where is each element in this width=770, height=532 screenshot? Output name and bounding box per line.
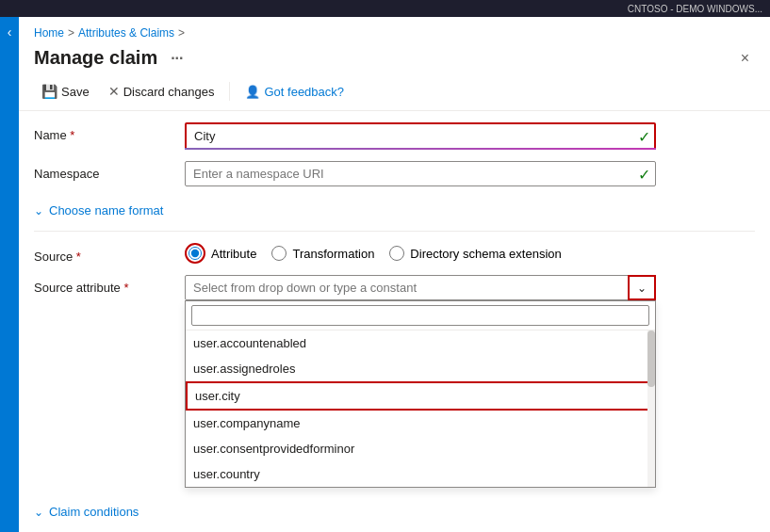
source-attribute-input[interactable] <box>185 275 656 300</box>
ellipsis-button[interactable]: ··· <box>165 48 188 69</box>
name-check-icon: ✓ <box>638 127 650 145</box>
discard-icon: ✕ <box>108 84 120 99</box>
dropdown-scrollbar-track <box>647 330 655 487</box>
breadcrumb-attributes[interactable]: Attributes & Claims <box>78 26 174 40</box>
namespace-input-area: ✓ <box>185 161 755 186</box>
transformation-radio-input[interactable] <box>271 246 287 261</box>
source-attr-required: * <box>123 281 128 295</box>
dropdown-item-accountenabled[interactable]: user.accountenabled <box>186 330 655 356</box>
breadcrumb: Home > Attributes & Claims > <box>19 17 770 43</box>
sidebar: ‹ <box>0 17 19 532</box>
page-title-wrapper: Manage claim ··· <box>34 47 189 69</box>
attribute-radio-label: Attribute <box>211 247 256 261</box>
close-button[interactable]: × <box>735 48 755 69</box>
page-header: Manage claim ··· × <box>19 43 770 76</box>
toolbar-divider <box>229 82 230 101</box>
dropdown-list: user.accountenabled user.assignedroles u… <box>186 330 655 487</box>
source-attribute-label: Source attribute * <box>34 275 185 295</box>
form-divider <box>34 231 755 232</box>
dropdown-item-country[interactable]: user.country <box>186 461 655 487</box>
breadcrumb-sep1: > <box>68 26 74 40</box>
source-attribute-dropdown-arrow[interactable]: ⌄ <box>628 275 656 300</box>
dropdown-item-consentprovidedforminor[interactable]: user.consentprovidedforminor <box>186 436 655 461</box>
source-label: Source * <box>34 244 185 264</box>
namespace-row: Namespace ✓ <box>34 161 755 186</box>
name-input-wrapper: ✓ <box>185 122 656 150</box>
purple-line <box>185 148 656 150</box>
namespace-input[interactable] <box>185 161 656 186</box>
name-row: Name * ✓ <box>34 122 755 150</box>
source-row: Source * Attribute Transformation <box>34 243 755 264</box>
source-radio-group: Attribute Transformation Directory schem… <box>185 243 562 264</box>
directory-radio-label: Directory schema extension <box>410 247 561 261</box>
breadcrumb-sep2: > <box>178 26 185 40</box>
choose-name-format-label: Choose name format <box>49 203 163 218</box>
name-label: Name * <box>34 122 185 142</box>
discard-label: Discard changes <box>123 85 215 99</box>
name-format-chevron: ⌄ <box>34 204 43 218</box>
breadcrumb-home[interactable]: Home <box>34 26 64 40</box>
save-button[interactable]: 💾 Save <box>34 80 97 103</box>
form-area: Name * ✓ Namespace <box>19 111 770 532</box>
source-attribute-dropdown: user.accountenabled user.assignedroles u… <box>185 300 656 488</box>
top-bar-text: CNTOSO - DEMO WINDOWS... <box>628 4 762 14</box>
attribute-radio-input[interactable] <box>188 247 202 260</box>
main-content: Home > Attributes & Claims > Manage clai… <box>19 17 770 532</box>
toolbar: 💾 Save ✕ Discard changes 👤 Got feedback? <box>19 76 770 111</box>
page-title: Manage claim <box>34 47 157 69</box>
dropdown-scrollbar-thumb[interactable] <box>647 330 655 387</box>
feedback-button[interactable]: 👤 Got feedback? <box>238 81 352 103</box>
name-required: * <box>70 128 74 142</box>
dropdown-item-city[interactable]: user.city <box>186 381 655 411</box>
choose-name-format-row[interactable]: ⌄ Choose name format <box>34 198 755 223</box>
dropdown-item-assignedroles[interactable]: user.assignedroles <box>186 356 655 381</box>
radio-transformation[interactable]: Transformation <box>271 246 374 261</box>
dropdown-search-area <box>186 301 655 330</box>
dropdown-item-companyname[interactable]: user.companyname <box>186 411 655 436</box>
claim-conditions-row[interactable]: ⌄ Claim conditions <box>34 499 755 524</box>
claim-conditions-chevron: ⌄ <box>34 506 43 519</box>
directory-radio-input[interactable] <box>389 246 404 261</box>
feedback-icon: 👤 <box>245 85 260 99</box>
transformation-radio-label: Transformation <box>292 247 374 261</box>
name-input-area: ✓ <box>185 122 755 150</box>
radio-directory[interactable]: Directory schema extension <box>389 246 561 261</box>
source-attribute-row: Source attribute * ⌄ user.accountenabled… <box>34 275 755 488</box>
source-required: * <box>76 250 81 264</box>
radio-attribute[interactable]: Attribute <box>185 243 256 264</box>
source-attribute-dropdown-wrapper: ⌄ <box>185 275 656 300</box>
save-label: Save <box>61 85 90 99</box>
attribute-radio-highlight <box>185 243 205 264</box>
top-bar: CNTOSO - DEMO WINDOWS... <box>0 0 770 17</box>
dropdown-search-input[interactable] <box>191 305 649 326</box>
namespace-label: Namespace <box>34 161 185 181</box>
source-attribute-input-area: ⌄ user.accountenabled user.assignedroles… <box>185 275 755 488</box>
feedback-label: Got feedback? <box>264 85 344 99</box>
sidebar-chevron[interactable]: ‹ <box>8 24 12 40</box>
namespace-check-icon: ✓ <box>638 165 650 183</box>
discard-button[interactable]: ✕ Discard changes <box>101 80 222 103</box>
name-input[interactable] <box>185 122 656 150</box>
claim-conditions-label: Claim conditions <box>49 505 139 519</box>
save-icon: 💾 <box>41 84 57 99</box>
